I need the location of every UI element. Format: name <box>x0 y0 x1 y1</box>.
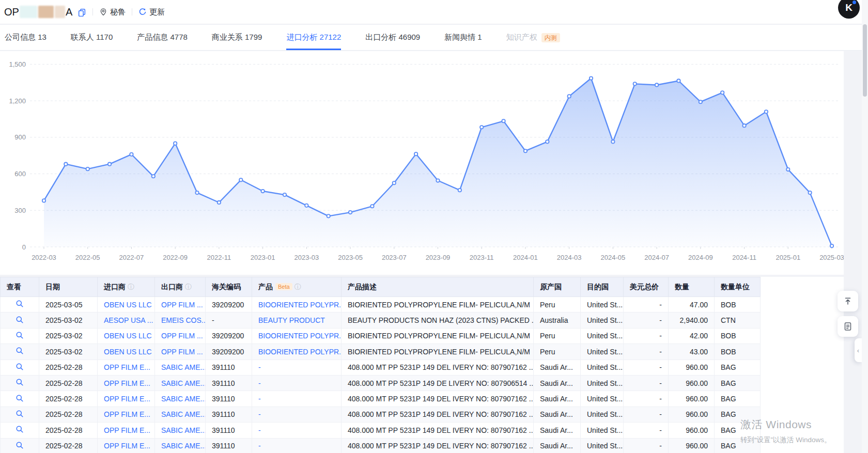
cell-dest: United St... <box>581 297 624 313</box>
product-link[interactable]: - <box>258 379 261 387</box>
cell-date: 2025-03-02 <box>39 313 98 328</box>
view-detail-button[interactable] <box>16 394 24 404</box>
back-to-top-button[interactable] <box>838 291 858 311</box>
tab-进口分析[interactable]: 进口分析 27122 <box>286 25 341 50</box>
cell-dest: United St... <box>581 344 624 360</box>
exporter-link[interactable]: SABIC AME... <box>161 410 206 418</box>
table-row: 2025-02-28OPP FILM E...SABIC AME...39111… <box>1 375 761 390</box>
importer-link[interactable]: OPP FILM E... <box>104 363 150 371</box>
product-link[interactable]: BIOORIENTED POLYPR... <box>258 301 342 309</box>
exporter-link[interactable]: OPP FILM ... <box>161 332 203 340</box>
feedback-icon <box>843 321 853 332</box>
data-point-marker <box>64 163 67 166</box>
table-row: 2025-02-28OPP FILM E...SABIC AME...39111… <box>1 438 761 453</box>
tab-新闻舆情[interactable]: 新闻舆情 1 <box>444 25 482 50</box>
view-detail-button[interactable] <box>16 331 24 341</box>
tab-联系人[interactable]: 联系人 1170 <box>71 25 113 50</box>
exporter-link[interactable]: SABIC AME... <box>161 395 206 403</box>
cell-exporter: SABIC AME... <box>155 391 206 407</box>
data-point-marker <box>502 119 505 122</box>
product-link[interactable]: BEAUTY PRODUCT <box>258 316 325 324</box>
importer-link[interactable]: OPP FILM E... <box>104 410 150 418</box>
cell-origin: Saudi Ar... <box>534 360 581 375</box>
tab-产品信息[interactable]: 产品信息 4778 <box>137 25 188 50</box>
column-header-label: 查看 <box>7 283 21 291</box>
x-axis-tick-label: 2022-03 <box>32 254 56 261</box>
collapse-panel-handle[interactable]: ‹ <box>855 338 862 362</box>
exporter-link[interactable]: OPP FILM ... <box>161 348 203 356</box>
view-detail-button[interactable] <box>16 378 24 388</box>
view-detail-button[interactable] <box>16 410 24 419</box>
cell-usd: - <box>624 407 669 422</box>
refresh-icon <box>138 8 147 16</box>
importer-link[interactable]: OBEN US LLC <box>104 332 152 340</box>
view-detail-button[interactable] <box>16 347 24 356</box>
column-header-unit: 数量单位 <box>715 277 761 297</box>
view-detail-button[interactable] <box>16 300 24 309</box>
cell-exporter: OPP FILM ... <box>155 297 206 313</box>
view-detail-button[interactable] <box>16 441 24 451</box>
product-link[interactable]: BIOORIENTED POLYPR... <box>258 348 342 356</box>
copy-company-name-button[interactable] <box>78 8 86 17</box>
tab-label: 产品信息 4778 <box>137 33 188 42</box>
product-link[interactable]: BIOORIENTED POLYPR... <box>258 332 342 340</box>
column-header-label: 产品 <box>258 283 273 291</box>
cell-exporter: OPP FILM ... <box>155 344 206 360</box>
tab-知识产权[interactable]: 知识产权内测 <box>506 25 560 50</box>
tab-商业关系[interactable]: 商业关系 1799 <box>212 25 262 50</box>
importer-link[interactable]: OPP FILM E... <box>104 426 150 434</box>
tab-公司信息[interactable]: 公司信息 13 <box>5 25 47 50</box>
product-link[interactable]: - <box>258 426 261 434</box>
importer-link[interactable]: OPP FILM E... <box>104 442 150 450</box>
cell-dest: United St... <box>581 313 624 328</box>
x-axis-tick-label: 2023-05 <box>338 254 363 261</box>
exporter-link[interactable]: OPP FILM ... <box>161 301 203 309</box>
importer-link[interactable]: OBEN US LLC <box>104 301 152 309</box>
product-link[interactable]: - <box>258 410 261 418</box>
cell-usd: - <box>624 313 669 328</box>
product-link[interactable]: - <box>258 442 261 450</box>
view-detail-button[interactable] <box>16 425 24 435</box>
beta-badge: Beta <box>275 283 292 290</box>
column-header-label: 美元总价 <box>630 283 659 291</box>
info-icon[interactable]: ⓘ <box>185 283 192 291</box>
data-point-marker <box>283 193 286 196</box>
exporter-link[interactable]: SABIC AME... <box>161 363 206 371</box>
cell-usd: - <box>624 423 669 438</box>
column-header-label: 出口商 <box>161 283 183 291</box>
exporter-link[interactable]: SABIC AME... <box>161 442 206 450</box>
importer-link[interactable]: OPP FILM E... <box>104 395 150 403</box>
product-link[interactable]: - <box>258 395 261 403</box>
scrollbar-thumb[interactable] <box>863 24 867 97</box>
cell-date: 2025-02-28 <box>39 375 98 390</box>
magnifier-icon <box>16 300 24 308</box>
info-icon[interactable]: ⓘ <box>128 283 134 291</box>
data-point-marker <box>108 163 111 166</box>
cell-view <box>1 328 39 343</box>
info-icon[interactable]: ⓘ <box>295 283 301 291</box>
data-point-marker <box>830 244 833 247</box>
cell-hscode: 391110 <box>206 438 252 453</box>
cell-qty: 960.00 <box>669 438 715 453</box>
importer-link[interactable]: OBEN US LLC <box>104 348 152 356</box>
data-point-marker <box>42 199 45 202</box>
feedback-button[interactable] <box>838 316 858 337</box>
exporter-link[interactable]: SABIC AME... <box>161 379 206 387</box>
exporter-link[interactable]: SABIC AME... <box>161 426 206 434</box>
cell-product: BIOORIENTED POLYPR... <box>252 297 342 313</box>
cell-desc: BEAUTY PRODUCTS NON HAZ (2023 CTNS) PACK… <box>342 313 534 328</box>
view-detail-button[interactable] <box>16 316 24 325</box>
magnifier-icon <box>16 347 24 355</box>
x-axis-tick-label: 2022-05 <box>75 254 100 261</box>
column-header-importer: 进口商ⓘ <box>98 277 155 297</box>
view-detail-button[interactable] <box>16 363 24 372</box>
avatar[interactable]: K <box>838 0 860 19</box>
update-label: 更新 <box>149 7 165 17</box>
exporter-link[interactable]: EMEIS COS... <box>161 316 206 324</box>
product-link[interactable]: - <box>258 363 261 371</box>
importer-link[interactable]: AESOP USA ... <box>104 316 153 324</box>
tab-出口分析[interactable]: 出口分析 46909 <box>365 25 420 50</box>
update-button[interactable]: 更新 <box>138 7 165 17</box>
importer-link[interactable]: OPP FILM E... <box>104 379 150 387</box>
cell-hscode: 391110 <box>206 375 252 390</box>
